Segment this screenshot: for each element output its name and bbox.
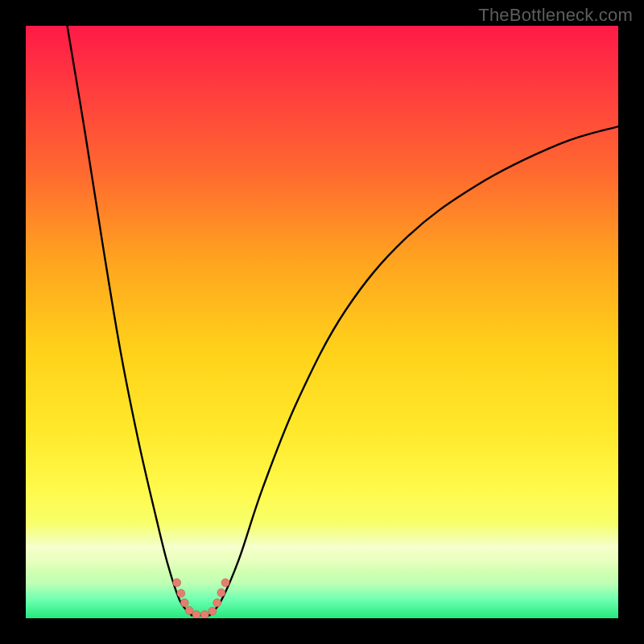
curve-left-branch	[68, 26, 192, 615]
trough-marker	[221, 579, 229, 587]
watermark-text: TheBottleneck.com	[478, 5, 633, 26]
chart-frame: { "watermark": "TheBottleneck.com", "col…	[0, 0, 644, 644]
plot-area	[26, 26, 618, 618]
curve-right-branch	[209, 126, 618, 615]
curve-layer	[26, 26, 618, 618]
trough-marker	[217, 588, 225, 597]
trough-marker	[200, 611, 208, 618]
trough-marker	[192, 611, 200, 618]
trough-marker	[208, 607, 217, 615]
trough-marker	[173, 579, 181, 587]
trough-marker	[213, 599, 221, 607]
trough-marker	[180, 599, 188, 607]
trough-marker	[185, 606, 193, 614]
trough-marker	[177, 589, 185, 597]
